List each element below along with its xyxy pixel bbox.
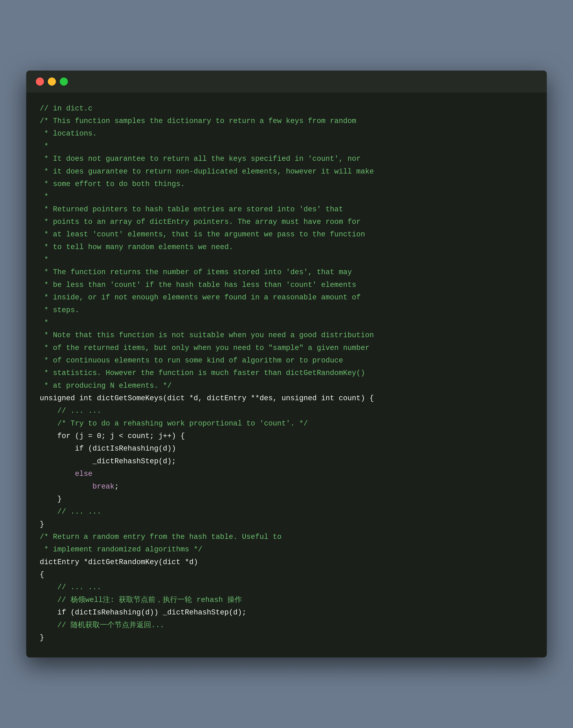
code-line: for (j = 0; j < count; j++) { <box>40 430 533 442</box>
code-line: * <box>40 253 533 266</box>
code-line: * some effort to do both things. <box>40 178 533 190</box>
code-line: * at least 'count' elements, that is the… <box>40 228 533 241</box>
code-line: * <box>40 316 533 329</box>
code-line: // in dict.c <box>40 102 533 115</box>
code-line: } <box>40 631 533 644</box>
code-line: * at producing N elements. */ <box>40 379 533 392</box>
code-line: else <box>40 468 533 480</box>
code-line: dictEntry *dictGetRandomKey(dict *d) <box>40 556 533 568</box>
code-line: * statistics. However the function is mu… <box>40 367 533 379</box>
code-line: * of the returned items, but only when y… <box>40 342 533 354</box>
code-line: /* This function samples the dictionary … <box>40 115 533 127</box>
code-line: * Note that this function is not suitabl… <box>40 329 533 342</box>
code-line: * points to an array of dictEntry pointe… <box>40 215 533 228</box>
code-line: unsigned int dictGetSomeKeys(dict *d, di… <box>40 392 533 405</box>
code-line: if (dictIsRehashing(d)) _dictRehashStep(… <box>40 606 533 619</box>
code-line: } <box>40 493 533 505</box>
code-line: // 随机获取一个节点并返回... <box>40 619 533 631</box>
code-line: * The function returns the number of ite… <box>40 266 533 278</box>
minimize-button[interactable] <box>48 77 56 86</box>
code-line: /* Try to do a rehashing work proportion… <box>40 417 533 430</box>
code-line: * implement randomized algorithms */ <box>40 543 533 556</box>
code-line: // 杨领well注: 获取节点前，执行一轮 rehash 操作 <box>40 593 533 606</box>
code-line: break; <box>40 480 533 493</box>
code-line: * locations. <box>40 127 533 140</box>
code-line: * It does not guarantee to return all th… <box>40 153 533 165</box>
code-line: * <box>40 190 533 203</box>
code-line: * inside, or if not enough elements were… <box>40 291 533 304</box>
title-bar <box>26 70 547 93</box>
code-line: * of continuous elements to run some kin… <box>40 354 533 367</box>
code-line: * steps. <box>40 304 533 316</box>
code-line: { <box>40 568 533 581</box>
code-line: * to tell how many random elements we ne… <box>40 241 533 253</box>
code-window: // in dict.c/* This function samples the… <box>26 70 547 658</box>
code-line: } <box>40 518 533 531</box>
code-line: _dictRehashStep(d); <box>40 455 533 468</box>
code-content: // in dict.c/* This function samples the… <box>26 93 547 658</box>
maximize-button[interactable] <box>60 77 68 86</box>
code-line: if (dictIsRehashing(d)) <box>40 442 533 455</box>
code-line: * it does guarantee to return non-duplic… <box>40 165 533 178</box>
code-line: // ... ... <box>40 581 533 593</box>
code-line: /* Return a random entry from the hash t… <box>40 531 533 543</box>
code-line: * <box>40 140 533 153</box>
code-line: * be less than 'count' if the hash table… <box>40 278 533 291</box>
close-button[interactable] <box>36 77 44 86</box>
code-line: // ... ... <box>40 405 533 417</box>
code-line: // ... ... <box>40 505 533 518</box>
code-line: * Returned pointers to hash table entrie… <box>40 203 533 215</box>
